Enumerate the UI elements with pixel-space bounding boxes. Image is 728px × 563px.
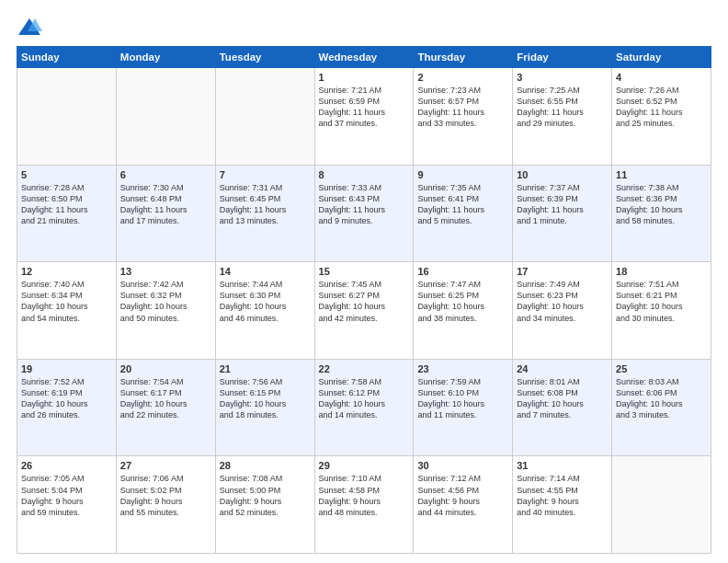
day-number: 6 — [120, 169, 211, 180]
day-info: Sunrise: 8:03 AMSunset: 6:06 PMDaylight:… — [616, 376, 707, 421]
day-number: 7 — [220, 169, 311, 180]
day-info: Sunrise: 7:08 AMSunset: 5:00 PMDaylight:… — [220, 473, 311, 518]
day-number: 22 — [319, 363, 410, 374]
weekday-header-saturday: Saturday — [612, 47, 711, 68]
calendar-cell: 5Sunrise: 7:28 AMSunset: 6:50 PMDaylight… — [17, 165, 117, 262]
day-info: Sunrise: 7:52 AMSunset: 6:19 PMDaylight:… — [21, 376, 112, 421]
day-info: Sunrise: 8:01 AMSunset: 6:08 PMDaylight:… — [517, 376, 608, 421]
calendar-cell — [116, 68, 215, 166]
day-number: 29 — [319, 460, 410, 471]
day-info: Sunrise: 7:35 AMSunset: 6:41 PMDaylight:… — [417, 182, 508, 227]
day-number: 25 — [616, 363, 707, 374]
calendar-cell: 28Sunrise: 7:08 AMSunset: 5:00 PMDayligh… — [215, 456, 314, 554]
calendar-cell: 24Sunrise: 8:01 AMSunset: 6:08 PMDayligh… — [513, 359, 612, 456]
calendar-cell: 17Sunrise: 7:49 AMSunset: 6:23 PMDayligh… — [513, 262, 612, 360]
calendar-cell: 2Sunrise: 7:23 AMSunset: 6:57 PMDaylight… — [414, 68, 513, 166]
day-info: Sunrise: 7:51 AMSunset: 6:21 PMDaylight:… — [616, 279, 707, 324]
day-number: 3 — [517, 72, 608, 83]
calendar-cell: 20Sunrise: 7:54 AMSunset: 6:17 PMDayligh… — [116, 359, 215, 456]
day-info: Sunrise: 7:21 AMSunset: 6:59 PMDaylight:… — [319, 85, 410, 130]
calendar-cell — [17, 68, 117, 166]
day-info: Sunrise: 7:28 AMSunset: 6:50 PMDaylight:… — [21, 182, 112, 227]
day-number: 28 — [220, 460, 311, 471]
day-number: 1 — [319, 72, 410, 83]
weekday-header-wednesday: Wednesday — [314, 47, 414, 68]
day-number: 16 — [417, 266, 508, 277]
weekday-header-friday: Friday — [513, 47, 612, 68]
calendar-cell — [612, 456, 711, 554]
day-number: 24 — [517, 363, 608, 374]
day-info: Sunrise: 7:10 AMSunset: 4:58 PMDaylight:… — [319, 473, 410, 518]
day-info: Sunrise: 7:58 AMSunset: 6:12 PMDaylight:… — [319, 376, 410, 421]
day-number: 4 — [616, 72, 707, 83]
calendar-cell: 14Sunrise: 7:44 AMSunset: 6:30 PMDayligh… — [215, 262, 314, 360]
calendar-week-5: 26Sunrise: 7:05 AMSunset: 5:04 PMDayligh… — [17, 456, 711, 554]
weekday-header-tuesday: Tuesday — [215, 47, 314, 68]
day-number: 17 — [517, 266, 608, 277]
day-number: 14 — [220, 266, 311, 277]
day-info: Sunrise: 7:47 AMSunset: 6:25 PMDaylight:… — [417, 279, 508, 324]
day-info: Sunrise: 7:33 AMSunset: 6:43 PMDaylight:… — [319, 182, 410, 227]
calendar-cell: 31Sunrise: 7:14 AMSunset: 4:55 PMDayligh… — [513, 456, 612, 554]
day-number: 18 — [616, 266, 707, 277]
day-info: Sunrise: 7:44 AMSunset: 6:30 PMDaylight:… — [220, 279, 311, 324]
day-number: 11 — [616, 169, 707, 180]
calendar-cell — [215, 68, 314, 166]
day-number: 31 — [517, 460, 608, 471]
logo — [17, 17, 46, 39]
day-info: Sunrise: 7:23 AMSunset: 6:57 PMDaylight:… — [417, 85, 508, 130]
calendar-cell: 19Sunrise: 7:52 AMSunset: 6:19 PMDayligh… — [17, 359, 117, 456]
calendar-cell: 18Sunrise: 7:51 AMSunset: 6:21 PMDayligh… — [612, 262, 711, 360]
calendar-cell: 26Sunrise: 7:05 AMSunset: 5:04 PMDayligh… — [17, 456, 117, 554]
page: SundayMondayTuesdayWednesdayThursdayFrid… — [0, 0, 728, 563]
day-number: 12 — [21, 266, 112, 277]
day-number: 30 — [417, 460, 508, 471]
day-number: 21 — [220, 363, 311, 374]
weekday-header-monday: Monday — [116, 47, 215, 68]
day-info: Sunrise: 7:26 AMSunset: 6:52 PMDaylight:… — [616, 85, 707, 130]
day-info: Sunrise: 7:30 AMSunset: 6:48 PMDaylight:… — [120, 182, 211, 227]
logo-icon — [17, 17, 42, 39]
day-number: 9 — [417, 169, 508, 180]
day-info: Sunrise: 7:56 AMSunset: 6:15 PMDaylight:… — [220, 376, 311, 421]
calendar-cell: 21Sunrise: 7:56 AMSunset: 6:15 PMDayligh… — [215, 359, 314, 456]
day-number: 13 — [120, 266, 211, 277]
day-info: Sunrise: 7:37 AMSunset: 6:39 PMDaylight:… — [517, 182, 608, 227]
day-number: 15 — [319, 266, 410, 277]
day-info: Sunrise: 7:05 AMSunset: 5:04 PMDaylight:… — [21, 473, 112, 518]
weekday-header-row: SundayMondayTuesdayWednesdayThursdayFrid… — [17, 47, 711, 68]
calendar-week-1: 1Sunrise: 7:21 AMSunset: 6:59 PMDaylight… — [17, 68, 711, 166]
calendar-cell: 22Sunrise: 7:58 AMSunset: 6:12 PMDayligh… — [314, 359, 414, 456]
calendar-week-2: 5Sunrise: 7:28 AMSunset: 6:50 PMDaylight… — [17, 165, 711, 262]
day-number: 20 — [120, 363, 211, 374]
header — [17, 17, 711, 39]
calendar-week-3: 12Sunrise: 7:40 AMSunset: 6:34 PMDayligh… — [17, 262, 711, 360]
calendar-cell: 7Sunrise: 7:31 AMSunset: 6:45 PMDaylight… — [215, 165, 314, 262]
calendar-cell: 23Sunrise: 7:59 AMSunset: 6:10 PMDayligh… — [414, 359, 513, 456]
calendar-cell: 16Sunrise: 7:47 AMSunset: 6:25 PMDayligh… — [414, 262, 513, 360]
calendar-cell: 30Sunrise: 7:12 AMSunset: 4:56 PMDayligh… — [414, 456, 513, 554]
calendar-cell: 6Sunrise: 7:30 AMSunset: 6:48 PMDaylight… — [116, 165, 215, 262]
day-number: 10 — [517, 169, 608, 180]
day-info: Sunrise: 7:42 AMSunset: 6:32 PMDaylight:… — [120, 279, 211, 324]
day-number: 26 — [21, 460, 112, 471]
calendar-cell: 11Sunrise: 7:38 AMSunset: 6:36 PMDayligh… — [612, 165, 711, 262]
day-info: Sunrise: 7:25 AMSunset: 6:55 PMDaylight:… — [517, 85, 608, 130]
day-number: 23 — [417, 363, 508, 374]
day-number: 5 — [21, 169, 112, 180]
day-info: Sunrise: 7:45 AMSunset: 6:27 PMDaylight:… — [319, 279, 410, 324]
day-number: 2 — [417, 72, 508, 83]
calendar-cell: 9Sunrise: 7:35 AMSunset: 6:41 PMDaylight… — [414, 165, 513, 262]
calendar-cell: 29Sunrise: 7:10 AMSunset: 4:58 PMDayligh… — [314, 456, 414, 554]
day-info: Sunrise: 7:38 AMSunset: 6:36 PMDaylight:… — [616, 182, 707, 227]
calendar-table: SundayMondayTuesdayWednesdayThursdayFrid… — [17, 46, 711, 554]
day-info: Sunrise: 7:14 AMSunset: 4:55 PMDaylight:… — [517, 473, 608, 518]
calendar-week-4: 19Sunrise: 7:52 AMSunset: 6:19 PMDayligh… — [17, 359, 711, 456]
day-info: Sunrise: 7:49 AMSunset: 6:23 PMDaylight:… — [517, 279, 608, 324]
calendar-cell: 4Sunrise: 7:26 AMSunset: 6:52 PMDaylight… — [612, 68, 711, 166]
calendar-cell: 15Sunrise: 7:45 AMSunset: 6:27 PMDayligh… — [314, 262, 414, 360]
day-info: Sunrise: 7:12 AMSunset: 4:56 PMDaylight:… — [417, 473, 508, 518]
calendar-cell: 1Sunrise: 7:21 AMSunset: 6:59 PMDaylight… — [314, 68, 414, 166]
calendar-cell: 12Sunrise: 7:40 AMSunset: 6:34 PMDayligh… — [17, 262, 117, 360]
weekday-header-thursday: Thursday — [414, 47, 513, 68]
